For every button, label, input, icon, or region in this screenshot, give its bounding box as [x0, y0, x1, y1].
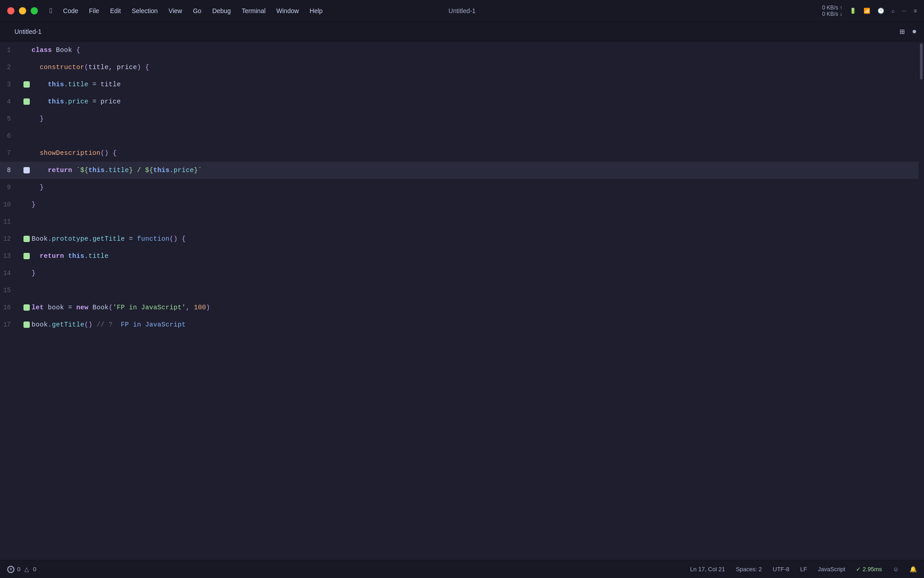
code-7: showDescription() {: [32, 144, 919, 162]
line-num-3: 3: [0, 76, 22, 93]
line-4: 4 this.price = price: [0, 93, 919, 110]
error-count[interactable]: ✕ 0 △ 0: [7, 566, 36, 573]
line-num-4: 4: [0, 93, 22, 110]
code-area[interactable]: 1 class Book { 2 constructor(title, pric…: [0, 42, 919, 560]
line-num-13: 13: [0, 247, 22, 265]
menu-debug[interactable]: Debug: [208, 5, 235, 16]
battery-icon: 🔋: [850, 8, 856, 14]
tab-untitled[interactable]: Untitled-1: [7, 24, 49, 39]
breakpoint-dot-3: [23, 81, 30, 88]
menu-go[interactable]: Go: [189, 5, 206, 16]
tabbar: Untitled-1 ⊞ ●: [0, 22, 924, 42]
titlebar-right: 0 KB/s ↑0 KB/s ↓ 🔋 📶 🕐 ⌕ ··· ≡: [822, 5, 917, 17]
statusbar: ✕ 0 △ 0 Ln 17, Col 21 Spaces: 2 UTF-8 LF…: [0, 560, 924, 578]
apple-menu[interactable]: : [45, 5, 57, 17]
eol[interactable]: LF: [800, 566, 807, 573]
breakpoint-dot-17: [23, 322, 30, 328]
language-mode[interactable]: JavaScript: [818, 566, 845, 573]
line-9: 9 }: [0, 179, 919, 196]
line-num-14: 14: [0, 265, 22, 282]
breakpoint-dot-12: [23, 236, 30, 242]
bp-13: [22, 253, 32, 259]
menu-help[interactable]: Help: [305, 5, 327, 16]
line-num-5: 5: [0, 110, 22, 127]
code-3: this.title = title: [32, 76, 919, 93]
line-num-2: 2: [0, 59, 22, 76]
line-15: 15: [0, 282, 919, 299]
clock-icon: 🕐: [878, 8, 884, 14]
breakpoint-dot-4: [23, 98, 30, 105]
indentation[interactable]: Spaces: 2: [736, 566, 762, 573]
code-16: let book = new Book('FP in JavaScript', …: [32, 299, 919, 316]
bp-3: [22, 81, 32, 88]
code-10: }: [32, 196, 919, 213]
menu-code[interactable]: Code: [59, 5, 83, 16]
bell-icon[interactable]: 🔔: [910, 566, 917, 573]
error-number: 0: [17, 566, 20, 573]
cursor-position[interactable]: Ln 17, Col 21: [690, 566, 725, 573]
bp-16: [22, 304, 32, 311]
line-num-7: 7: [0, 144, 22, 162]
circle-icon[interactable]: ●: [912, 27, 917, 36]
scrollbar-thumb[interactable]: [920, 43, 923, 79]
line-num-12: 12: [0, 230, 22, 247]
split-editor-icon[interactable]: ⊞: [900, 27, 905, 37]
menu-bar:  Code File Edit Selection View Go Debug…: [45, 5, 327, 17]
menu-window[interactable]: Window: [272, 5, 304, 16]
line-1: 1 class Book {: [0, 42, 919, 59]
statusbar-left: ✕ 0 △ 0: [7, 566, 36, 573]
line-num-9: 9: [0, 179, 22, 196]
line-num-8: 8: [0, 162, 22, 179]
bp-17: [22, 322, 32, 328]
line-num-16: 16: [0, 299, 22, 316]
code-5: }: [32, 110, 919, 127]
timing: ✓ 2.95ms: [856, 566, 882, 573]
line-num-1: 1: [0, 42, 22, 59]
line-13: 13 return this.title: [0, 247, 919, 265]
line-12: 12 Book.prototype.getTitle = function() …: [0, 230, 919, 247]
network-speed: 0 KB/s ↑0 KB/s ↓: [822, 5, 842, 17]
bp-12: [22, 236, 32, 242]
menu-edit[interactable]: Edit: [106, 5, 125, 16]
line-17: 17 book.getTitle() // ? FP in JavaScript: [0, 316, 919, 333]
menu-file[interactable]: File: [84, 5, 104, 16]
code-2: constructor(title, price) {: [32, 59, 919, 76]
scrollbar-track[interactable]: [919, 42, 924, 560]
line-num-15: 15: [0, 282, 22, 299]
titlebar-left:  Code File Edit Selection View Go Debug…: [7, 5, 327, 17]
minimize-button[interactable]: [19, 7, 26, 14]
smiley-icon[interactable]: ☺: [893, 566, 899, 573]
code-8: return `${this.title} / ${this.price}`: [32, 162, 919, 179]
bp-8: [22, 167, 32, 173]
encoding[interactable]: UTF-8: [773, 566, 790, 573]
bp-4: [22, 98, 32, 105]
code-9: }: [32, 179, 919, 196]
menu-selection[interactable]: Selection: [127, 5, 162, 16]
more-icon: ···: [902, 8, 906, 14]
line-8: 8 return `${this.title} / ${this.price}`: [0, 162, 919, 179]
line-num-10: 10: [0, 196, 22, 213]
line-num-6: 6: [0, 127, 22, 144]
code-12: Book.prototype.getTitle = function() {: [32, 230, 919, 247]
breakpoint-dot-16: [23, 304, 30, 311]
breakpoint-dot-8: [23, 167, 30, 173]
maximize-button[interactable]: [31, 7, 38, 14]
code-14: }: [32, 265, 919, 282]
line-6: 6: [0, 127, 919, 144]
code-1: class Book {: [32, 42, 919, 59]
titlebar:  Code File Edit Selection View Go Debug…: [0, 0, 924, 22]
list-icon: ≡: [914, 8, 917, 14]
code-13: return this.title: [32, 247, 919, 265]
spotlight-icon: ⌕: [892, 8, 895, 14]
line-16: 16 let book = new Book('FP in JavaScript…: [0, 299, 919, 316]
line-14: 14 }: [0, 265, 919, 282]
close-button[interactable]: [7, 7, 14, 14]
menu-view[interactable]: View: [164, 5, 187, 16]
code-4: this.price = price: [32, 93, 919, 110]
line-2: 2 constructor(title, price) {: [0, 59, 919, 76]
breakpoint-dot-13: [23, 253, 30, 259]
warning-icon: △: [23, 566, 30, 573]
menu-terminal[interactable]: Terminal: [237, 5, 270, 16]
traffic-lights: [7, 7, 38, 14]
wifi-icon: 📶: [864, 8, 870, 14]
